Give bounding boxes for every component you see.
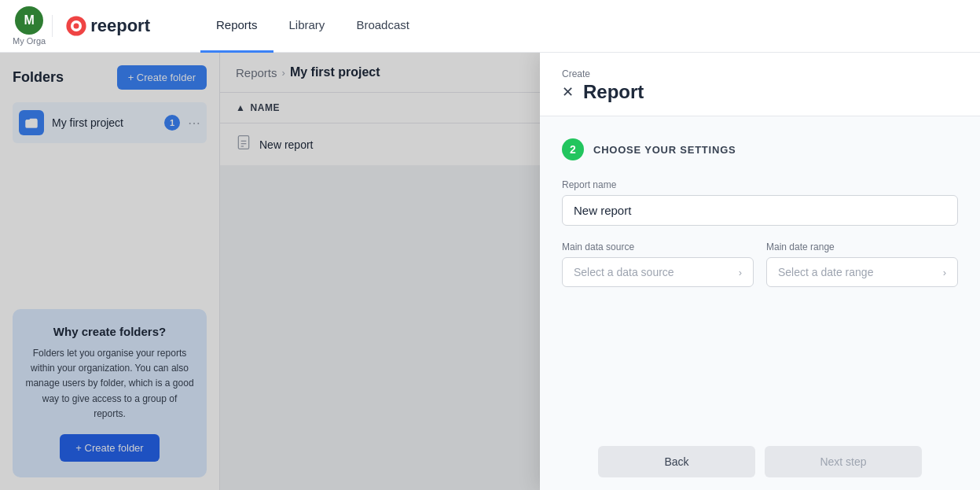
avatar: M bbox=[15, 6, 43, 35]
step-header: 2 CHOOSE YOUR SETTINGS bbox=[562, 138, 958, 160]
report-name-input[interactable] bbox=[562, 195, 958, 226]
data-source-select[interactable]: Select a data source › bbox=[562, 257, 754, 287]
svg-point-2 bbox=[74, 24, 79, 29]
step-label: CHOOSE YOUR SETTINGS bbox=[593, 144, 736, 156]
back-button[interactable]: Back bbox=[598, 446, 755, 477]
date-range-col: Main date range Select a date range › bbox=[766, 241, 958, 287]
date-range-select[interactable]: Select a date range › bbox=[766, 257, 958, 287]
panel-title: Report bbox=[583, 81, 644, 103]
date-range-arrow-icon: › bbox=[943, 267, 946, 278]
panel-footer: Back Next step bbox=[540, 433, 980, 490]
panel-title-row: ✕ Report bbox=[562, 81, 958, 103]
data-source-arrow-icon: › bbox=[739, 267, 742, 278]
nav-links: Reports Library Broadcast bbox=[200, 0, 425, 53]
brand-name: reeport bbox=[90, 16, 150, 36]
top-nav: M My Orga reeport Reports Library Broadc… bbox=[0, 0, 980, 53]
date-range-placeholder: Select a date range bbox=[778, 266, 873, 278]
nav-library[interactable]: Library bbox=[273, 0, 341, 53]
data-source-label: Main data source bbox=[562, 241, 754, 252]
org-name: My Orga bbox=[13, 36, 46, 46]
nav-reports[interactable]: Reports bbox=[200, 0, 273, 53]
step-badge: 2 bbox=[562, 138, 584, 160]
create-panel: Create ✕ Report 2 CHOOSE YOUR SETTINGS R… bbox=[540, 53, 980, 490]
main-layout: Folders + Create folder My first project… bbox=[0, 53, 980, 490]
report-name-label: Report name bbox=[562, 179, 958, 190]
panel-header: Create ✕ Report bbox=[540, 53, 980, 116]
nav-broadcast[interactable]: Broadcast bbox=[340, 0, 425, 53]
date-range-label: Main date range bbox=[766, 241, 958, 252]
data-source-placeholder: Select a data source bbox=[574, 266, 674, 278]
brand-logo: reeport bbox=[52, 15, 150, 37]
data-source-col: Main data source Select a data source › bbox=[562, 241, 754, 287]
next-step-button[interactable]: Next step bbox=[765, 446, 922, 477]
two-col-fields: Main data source Select a data source › … bbox=[562, 241, 958, 287]
panel-body: 2 CHOOSE YOUR SETTINGS Report name Main … bbox=[540, 116, 980, 433]
panel-create-label: Create bbox=[562, 68, 958, 79]
close-button[interactable]: ✕ bbox=[562, 85, 574, 99]
logo-area: M My Orga reeport bbox=[13, 6, 150, 46]
